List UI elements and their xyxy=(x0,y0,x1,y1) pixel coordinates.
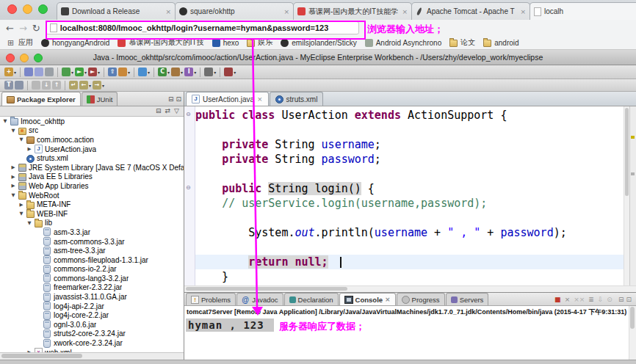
last-edit-icon[interactable]: ↵ xyxy=(69,81,78,90)
tab-close-icon[interactable]: × xyxy=(283,8,289,15)
tree-expander[interactable]: ▶ xyxy=(10,164,16,170)
code-line[interactable] xyxy=(195,211,624,225)
fold-marker-icon[interactable]: ⊖ xyxy=(186,184,191,191)
scrollbar-thumb[interactable] xyxy=(186,287,347,291)
forward-button[interactable]: → xyxy=(19,23,27,33)
new-package-icon[interactable]: ▾ xyxy=(171,68,183,76)
print-icon[interactable] xyxy=(45,68,54,76)
tree-expander[interactable]: ▼ xyxy=(2,118,8,124)
tree-expander[interactable]: ▶ xyxy=(10,183,16,189)
tree-item[interactable]: ▼Imooc_okhttp xyxy=(0,117,184,126)
new-class-icon[interactable]: C▾ xyxy=(158,68,170,76)
tree-expander[interactable]: ▼ xyxy=(26,220,32,226)
bookmark-item[interactable]: hongyangAndroid xyxy=(41,39,109,47)
run-icon[interactable]: ►▾ xyxy=(75,68,87,76)
tree-item[interactable]: ▶META-INF xyxy=(0,200,184,209)
browser-tab[interactable]: 慕课网-国内最大的IT技能学× xyxy=(293,2,412,20)
remove-launch-icon[interactable]: × xyxy=(565,296,571,303)
view-tab-package-explorer[interactable]: Package Explorer xyxy=(1,92,81,106)
tab-close-icon[interactable]: × xyxy=(402,8,408,15)
minimize-panel-icon[interactable]: ⊟ xyxy=(618,296,624,303)
external-tools-icon[interactable]: ►▾ xyxy=(88,68,100,76)
search-file-icon[interactable] xyxy=(15,81,24,90)
tree-item[interactable]: asm-tree-3.3.jar xyxy=(0,246,184,255)
console-output[interactable]: hyman , 123 xyxy=(186,318,274,332)
tab-close-icon[interactable]: × xyxy=(385,296,391,303)
terminate-icon[interactable]: ■ xyxy=(554,296,561,303)
address-bar[interactable]: localhost:8080/Imooc_okhttp/login?userna… xyxy=(46,21,359,34)
tree-expander[interactable]: ▶ xyxy=(26,146,32,152)
zoom-window-button[interactable] xyxy=(38,4,48,14)
code-line[interactable]: private String username; xyxy=(195,137,624,152)
back-history-icon[interactable]: ←▾ xyxy=(79,81,91,90)
console-view[interactable]: tomcat7Server [Remote Java Application] … xyxy=(184,306,636,360)
save-all-icon[interactable] xyxy=(35,68,43,76)
bookmark-item[interactable]: hexo xyxy=(212,39,239,47)
view-tab-servers[interactable]: Servers xyxy=(446,293,489,305)
code-area[interactable]: public class UserAction extends ActionSu… xyxy=(195,108,624,284)
scrollbar-thumb[interactable] xyxy=(630,307,635,329)
remove-all-launches-icon[interactable]: ×× xyxy=(574,296,585,303)
bookmark-item[interactable]: android xyxy=(483,38,518,47)
close-window-button[interactable] xyxy=(7,4,17,14)
tree-item[interactable]: ▼WEB-INF xyxy=(0,209,184,219)
code-line[interactable]: } xyxy=(195,269,624,284)
view-tab-console[interactable]: Console× xyxy=(339,293,396,305)
deploy-icon[interactable]: ⇧ xyxy=(108,68,117,76)
scrollbar-thumb[interactable] xyxy=(1,354,82,358)
tree-expander[interactable]: ▼ xyxy=(18,136,24,142)
code-line[interactable]: public class UserAction extends ActionSu… xyxy=(195,108,624,123)
debug-icon[interactable]: ▾ xyxy=(62,68,73,76)
save-icon[interactable] xyxy=(24,68,33,76)
clear-console-icon[interactable]: ≣ xyxy=(588,296,594,303)
bookmark-item[interactable]: 论文 xyxy=(449,37,475,48)
code-line[interactable]: // userService.login(username,password); xyxy=(195,196,624,211)
tree-item[interactable]: ▶UserAction.java xyxy=(0,145,184,154)
maximize-view-icon[interactable]: ⊡ xyxy=(176,96,181,103)
tree-item[interactable]: ▶JRE System Library [Java SE 7 (MacOS X … xyxy=(0,163,184,172)
tree-item[interactable]: commons-lang3-3.2.jar xyxy=(0,274,184,283)
minimize-window-button[interactable] xyxy=(23,4,32,14)
bookmark-item[interactable]: Android Asynchrono xyxy=(365,39,442,47)
zoom-window-button[interactable] xyxy=(34,54,43,62)
tab-close-icon[interactable]: × xyxy=(257,95,263,103)
editor-tab[interactable]: UserAction.java× xyxy=(186,92,269,106)
minimize-view-icon[interactable]: ⊟ xyxy=(168,96,174,103)
code-line[interactable]: System.out.println(username + " , " + pa… xyxy=(195,225,624,240)
tree-item[interactable]: log4j-api-2.2.jar xyxy=(0,302,184,311)
tree-expander[interactable]: ▶ xyxy=(18,202,24,208)
view-tab-declaration[interactable]: Declaration xyxy=(284,293,339,305)
search-icon[interactable]: ▾ xyxy=(204,68,216,76)
tree-item[interactable]: asm-3.3.jar xyxy=(0,228,184,237)
next-annotation-icon[interactable]: ↓ xyxy=(42,81,51,90)
bookmark-item[interactable]: 慕课网-国内最大的IT技 xyxy=(118,37,203,48)
editor-hscrollbar[interactable] xyxy=(184,285,636,292)
tree-item[interactable]: log4j-core-2.2.jar xyxy=(0,310,184,320)
back-button[interactable]: ← xyxy=(6,23,14,33)
code-line[interactable] xyxy=(195,167,624,181)
tree-expander[interactable]: ▼ xyxy=(10,192,16,198)
scrollbar-thumb[interactable] xyxy=(625,108,629,196)
tree-item[interactable]: ▼lib xyxy=(0,219,184,228)
tree-item[interactable]: ▼src xyxy=(0,126,184,136)
tab-close-icon[interactable]: × xyxy=(520,8,526,15)
tree-expander[interactable]: ▶ xyxy=(10,174,16,180)
bookmark-item[interactable]: 应用 xyxy=(7,37,33,48)
tree-item[interactable]: javassist-3.11.0.GA.jar xyxy=(0,292,184,302)
bookmark-item[interactable]: emilsjolander/Sticky xyxy=(281,39,356,47)
view-tab-javadoc[interactable]: Javadoc xyxy=(236,293,283,305)
code-line[interactable] xyxy=(195,240,624,255)
view-tab-problems[interactable]: Problems xyxy=(186,293,236,305)
console-vscrollbar[interactable] xyxy=(629,306,636,360)
url-text[interactable]: localhost:8080/Imooc_okhttp/login?userna… xyxy=(60,23,329,32)
maximize-panel-icon[interactable]: ⊡ xyxy=(626,296,632,303)
minimize-window-button[interactable] xyxy=(20,54,29,62)
editor-tab[interactable]: struts.xml xyxy=(270,92,324,106)
tree-item[interactable]: freemarker-2.3.22.jar xyxy=(0,283,184,293)
tree-item[interactable]: ognl-3.0.6.jar xyxy=(0,320,184,330)
fold-marker-icon[interactable]: ⊖ xyxy=(186,111,191,117)
new-wizard-icon[interactable]: +▾ xyxy=(4,68,16,76)
coverage-icon[interactable]: ▾ xyxy=(224,68,236,76)
tree-expander[interactable]: ▼ xyxy=(18,211,24,216)
project-tree[interactable]: ▼Imooc_okhttp▼src▼com.imooc.action▶UserA… xyxy=(0,117,184,352)
